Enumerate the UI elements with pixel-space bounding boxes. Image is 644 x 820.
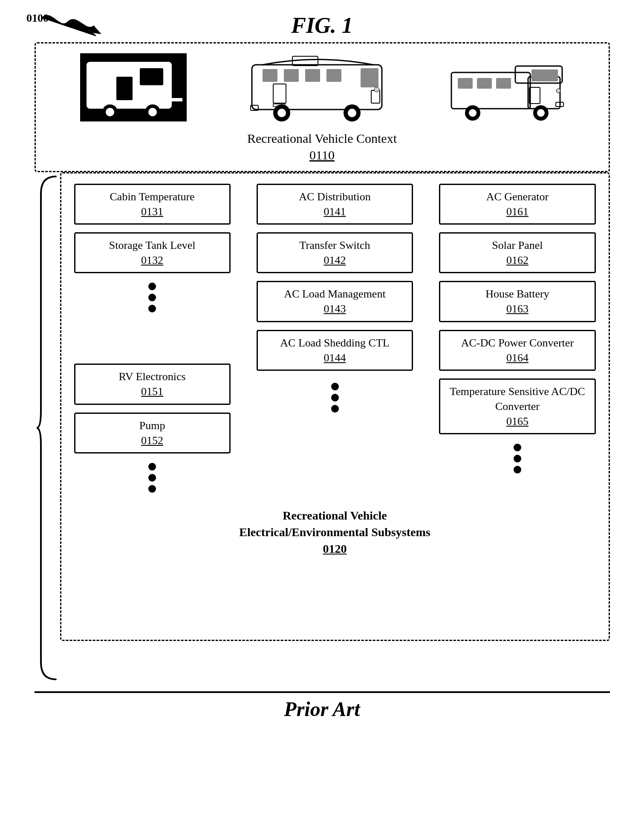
dots-left-bottom — [74, 463, 231, 493]
rv-context-label: Recreational Vehicle Context 0110 — [247, 130, 397, 163]
storage-tank-level-box: Storage Tank Level 0132 — [74, 232, 231, 273]
svg-rect-16 — [273, 84, 286, 103]
svg-point-19 — [277, 109, 286, 117]
arrow-icon — [38, 9, 107, 43]
ac-generator-box: AC Generator 0161 — [439, 184, 595, 225]
dot — [148, 294, 156, 301]
subsystem-outer-box: Cabin Temperature 0131 Storage Tank Leve… — [60, 172, 610, 641]
house-battery-box: House Battery 0163 — [439, 281, 595, 322]
prior-art-label: Prior Art — [35, 691, 610, 721]
svg-rect-30 — [458, 78, 473, 89]
subsystem-label: Recreational Vehicle Electrical/Environm… — [74, 507, 596, 557]
transfer-switch-box: Transfer Switch 0142 — [257, 232, 413, 273]
svg-point-34 — [469, 109, 477, 117]
dot — [331, 383, 339, 390]
solar-panel-box: Solar Panel 0162 — [439, 232, 595, 273]
ac-load-management-box: AC Load Management 0143 — [257, 281, 413, 322]
dots-left-top — [74, 283, 231, 312]
dot — [514, 455, 521, 462]
svg-rect-14 — [305, 69, 320, 82]
rv-classc-image — [449, 53, 564, 123]
columns-row: Cabin Temperature 0131 Storage Tank Leve… — [74, 184, 596, 494]
svg-rect-31 — [477, 78, 492, 89]
dot — [148, 485, 156, 493]
ac-dc-power-converter-box: AC-DC Power Converter 0164 — [439, 330, 595, 371]
dot — [514, 466, 521, 474]
temp-sensitive-converter-box: Temperature Sensitive AC/DC Converter 01… — [439, 378, 595, 434]
dots-right — [439, 444, 595, 474]
svg-rect-9 — [170, 98, 182, 101]
dot — [148, 305, 156, 312]
svg-rect-32 — [496, 78, 511, 89]
dot — [331, 405, 339, 413]
rv-electronics-box: RV Electronics 0151 — [74, 364, 231, 404]
svg-rect-22 — [371, 90, 380, 103]
dot — [514, 444, 521, 451]
svg-rect-4 — [116, 77, 133, 100]
ac-distribution-box: AC Distribution 0141 — [257, 184, 413, 225]
page: 0100 FIG. 1 — [0, 0, 644, 820]
rv-motorhome-image — [250, 52, 386, 124]
svg-point-36 — [537, 109, 545, 117]
pump-box: Pump 0152 — [74, 413, 231, 453]
fig-title: FIG. 1 — [26, 13, 618, 38]
svg-point-8 — [148, 108, 157, 116]
rv-trailer-image — [80, 53, 187, 123]
svg-point-6 — [106, 108, 114, 116]
svg-rect-12 — [263, 69, 277, 82]
ac-load-shedding-box: AC Load Shedding CTL 0144 — [257, 330, 413, 371]
left-column: Cabin Temperature 0131 Storage Tank Leve… — [74, 184, 231, 494]
rv-context-box: Recreational Vehicle Context 0110 — [35, 42, 610, 172]
svg-point-21 — [348, 109, 356, 117]
dots-center — [257, 383, 413, 413]
svg-rect-3 — [140, 68, 163, 85]
dot — [148, 283, 156, 290]
dot — [148, 474, 156, 482]
svg-rect-37 — [529, 87, 540, 104]
svg-rect-13 — [284, 69, 299, 82]
brace-and-subsystem: Cabin Temperature 0131 Storage Tank Leve… — [35, 172, 610, 684]
rv-images-row — [49, 52, 596, 124]
svg-rect-11 — [361, 68, 378, 87]
dot — [148, 463, 156, 471]
svg-point-38 — [556, 89, 560, 93]
svg-rect-29 — [451, 72, 530, 109]
svg-point-23 — [374, 87, 379, 92]
center-column: AC Distribution 0141 Transfer Switch 014… — [257, 184, 413, 494]
right-column: AC Generator 0161 Solar Panel 0162 House… — [439, 184, 595, 494]
dot — [331, 394, 339, 401]
cabin-temperature-box: Cabin Temperature 0131 — [74, 184, 231, 225]
svg-rect-15 — [326, 69, 341, 82]
curly-brace-icon — [35, 172, 60, 684]
svg-rect-28 — [531, 69, 558, 81]
